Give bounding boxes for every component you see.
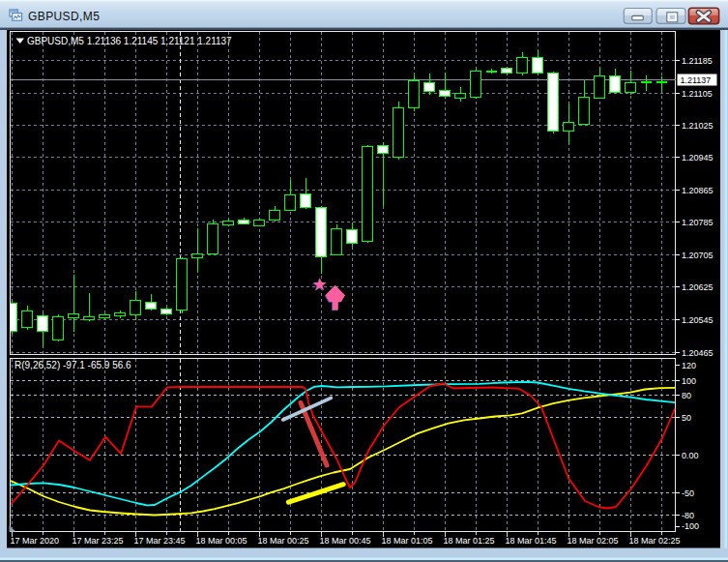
svg-text:-100: -100 xyxy=(682,521,699,531)
svg-text:1.20945: 1.20945 xyxy=(682,153,713,163)
svg-text:GBPUSD,M5: GBPUSD,M5 xyxy=(28,10,100,23)
svg-text:1.20545: 1.20545 xyxy=(682,315,713,325)
svg-text:-50: -50 xyxy=(682,488,694,498)
svg-text:18 Mar 00:25: 18 Mar 00:25 xyxy=(258,536,309,546)
svg-text:1.21185: 1.21185 xyxy=(682,56,713,66)
svg-text:1.20865: 1.20865 xyxy=(682,186,713,195)
svg-text:-80: -80 xyxy=(682,511,694,520)
svg-text:1.21025: 1.21025 xyxy=(682,121,713,131)
svg-text:1.20625: 1.20625 xyxy=(682,282,713,292)
svg-text:18 Mar 00:45: 18 Mar 00:45 xyxy=(320,536,371,546)
svg-text:R(9,26,52) -97.1 -65.9 56.6: R(9,26,52) -97.1 -65.9 56.6 xyxy=(15,360,131,370)
svg-text:GBPUSD,M5 1.21136 1.21145 1.2: GBPUSD,M5 1.21136 1.21145 1.21121 1.2113… xyxy=(27,36,232,46)
svg-text:17 Mar 23:25: 17 Mar 23:25 xyxy=(73,536,124,546)
svg-text:0.00: 0.00 xyxy=(682,451,699,460)
svg-text:50: 50 xyxy=(682,413,691,423)
svg-text:80: 80 xyxy=(682,391,691,400)
svg-text:18 Mar 02:25: 18 Mar 02:25 xyxy=(629,536,681,546)
svg-text:1.21137: 1.21137 xyxy=(681,75,712,85)
svg-text:1.20465: 1.20465 xyxy=(682,348,713,358)
svg-text:18 Mar 02:05: 18 Mar 02:05 xyxy=(568,536,619,546)
svg-text:1.21105: 1.21105 xyxy=(682,89,713,99)
svg-text:1.20785: 1.20785 xyxy=(682,218,713,227)
svg-text:100: 100 xyxy=(682,376,696,386)
svg-text:17 Mar 2020: 17 Mar 2020 xyxy=(11,536,60,546)
svg-text:18 Mar 01:45: 18 Mar 01:45 xyxy=(506,536,557,546)
svg-text:17 Mar 23:45: 17 Mar 23:45 xyxy=(134,536,186,546)
svg-text:18 Mar 00:05: 18 Mar 00:05 xyxy=(196,536,248,546)
svg-text:18 Mar 01:05: 18 Mar 01:05 xyxy=(382,536,433,546)
svg-text:120: 120 xyxy=(682,361,696,370)
svg-text:1.20705: 1.20705 xyxy=(682,251,713,260)
svg-text:18 Mar 01:25: 18 Mar 01:25 xyxy=(444,536,495,546)
